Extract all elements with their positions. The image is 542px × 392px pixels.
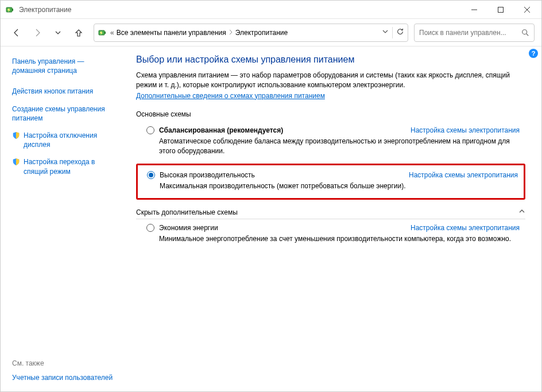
hide-additional-plans[interactable]: Скрыть дополнительные схемы bbox=[136, 208, 525, 219]
titlebar: Электропитание bbox=[1, 1, 541, 19]
plan-high-desc: Максимальная производительность (может п… bbox=[160, 181, 518, 191]
plan-eco-desc: Минимальное энергопотребление за счет ум… bbox=[159, 234, 520, 244]
sidebar-item-label: Настройка отключения дисплея bbox=[24, 131, 114, 149]
section-main-plans: Основные схемы bbox=[136, 110, 525, 118]
sidebar-power-button-actions[interactable]: Действия кнопок питания bbox=[12, 87, 114, 96]
sidebar-sleep[interactable]: Настройка перехода в спящий режим bbox=[12, 157, 114, 176]
address-bar[interactable]: « Все элементы панели управления Электро… bbox=[94, 24, 408, 42]
maximize-button[interactable] bbox=[487, 1, 514, 18]
breadcrumb-root-glyph: « bbox=[110, 29, 114, 37]
svg-point-8 bbox=[522, 29, 527, 34]
plan-balanced: Сбалансированная (рекомендуется) Настрой… bbox=[136, 122, 525, 162]
intro-text: Схема управления питанием — это набор па… bbox=[136, 71, 525, 91]
help-icon[interactable]: ? bbox=[529, 49, 538, 58]
search-icon bbox=[521, 29, 529, 37]
forward-button[interactable] bbox=[28, 24, 47, 42]
minimize-button[interactable] bbox=[461, 1, 487, 18]
plan-balanced-desc: Автоматическое соблюдение баланса между … bbox=[159, 137, 520, 156]
plan-balanced-settings-link[interactable]: Настройка схемы электропитания bbox=[411, 126, 520, 134]
shield-icon bbox=[12, 131, 20, 139]
sidebar: Панель управления — домашняя страница Де… bbox=[1, 46, 123, 391]
radio-balanced[interactable] bbox=[146, 126, 154, 134]
plan-high-performance: Высокая производительность Настройка схе… bbox=[136, 164, 525, 200]
plan-balanced-name[interactable]: Сбалансированная (рекомендуется) bbox=[159, 126, 283, 134]
see-also-label: См. также bbox=[12, 359, 114, 367]
breadcrumb-item-power[interactable]: Электропитание bbox=[235, 29, 288, 37]
svg-line-9 bbox=[526, 33, 529, 36]
close-button[interactable] bbox=[514, 1, 540, 18]
control-panel-home-link[interactable]: Панель управления — домашняя страница bbox=[12, 57, 114, 75]
back-button[interactable] bbox=[7, 24, 26, 42]
breadcrumb-item-all[interactable]: Все элементы панели управления bbox=[117, 29, 226, 37]
sidebar-display-off[interactable]: Настройка отключения дисплея bbox=[12, 131, 114, 149]
learn-more-link[interactable]: Дополнительные сведения о схемах управле… bbox=[136, 92, 325, 100]
power-options-icon bbox=[98, 28, 107, 37]
search-input[interactable] bbox=[419, 29, 518, 37]
address-dropdown-button[interactable] bbox=[382, 28, 389, 37]
svg-rect-3 bbox=[498, 7, 504, 12]
plan-power-saver: Экономия энергии Настройка схемы электро… bbox=[136, 219, 525, 250]
refresh-button[interactable] bbox=[396, 28, 404, 37]
up-button[interactable] bbox=[69, 24, 88, 42]
hide-additional-label: Скрыть дополнительные схемы bbox=[136, 208, 238, 216]
main-content: ? Выбор или настройка схемы управления п… bbox=[123, 46, 541, 391]
sidebar-item-label: Настройка перехода в спящий режим bbox=[24, 157, 114, 176]
navbar: « Все элементы панели управления Электро… bbox=[1, 19, 541, 46]
shield-icon bbox=[12, 158, 20, 166]
search-box[interactable] bbox=[414, 24, 535, 42]
sidebar-create-plan[interactable]: Создание схемы управления питанием bbox=[12, 104, 114, 123]
chevron-up-icon bbox=[518, 208, 525, 216]
plan-high-name[interactable]: Высокая производительность bbox=[160, 171, 255, 179]
plan-high-settings-link[interactable]: Настройка схемы электропитания bbox=[409, 171, 518, 179]
recent-locations-button[interactable] bbox=[49, 24, 67, 42]
chevron-right-icon bbox=[229, 29, 233, 36]
plan-eco-name[interactable]: Экономия энергии bbox=[159, 224, 218, 232]
svg-rect-7 bbox=[104, 32, 106, 34]
window-title: Электропитание bbox=[19, 6, 461, 14]
sidebar-user-accounts[interactable]: Учетные записи пользователей bbox=[12, 373, 114, 382]
svg-rect-1 bbox=[12, 9, 13, 11]
power-options-icon bbox=[5, 5, 14, 14]
plan-eco-settings-link[interactable]: Настройка схемы электропитания bbox=[411, 224, 520, 232]
radio-power-saver[interactable] bbox=[146, 224, 154, 232]
radio-high-performance[interactable] bbox=[147, 171, 155, 179]
page-title: Выбор или настройка схемы управления пит… bbox=[136, 55, 525, 65]
